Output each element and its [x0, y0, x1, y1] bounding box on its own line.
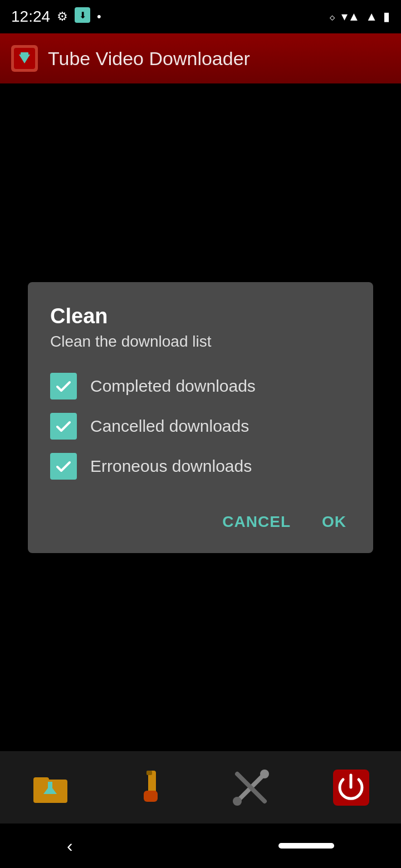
wifi-icon: ▾▲ — [341, 9, 360, 24]
settings-status-icon: ⚙ — [57, 9, 68, 24]
back-button[interactable]: ‹ — [67, 836, 73, 856]
nav-downloads[interactable] — [28, 765, 72, 810]
svg-rect-8 — [48, 782, 52, 790]
status-bar: 12:24 ⚙ ⬇ • ⬦ ▾▲ ▲ ▮ — [0, 0, 401, 33]
svg-rect-6 — [33, 777, 49, 784]
cancelled-label: Cancelled downloads — [90, 417, 249, 436]
completed-checkbox[interactable] — [50, 373, 77, 400]
svg-rect-4 — [21, 52, 28, 56]
app-title: Tube Video Downloader — [48, 48, 250, 70]
bottom-nav — [0, 751, 401, 823]
app-icon — [11, 45, 38, 72]
cancel-button[interactable]: CANCEL — [218, 507, 295, 536]
checkbox-group: Completed downloads Cancelled downloads — [50, 373, 351, 480]
bluetooth-icon: ⬦ — [329, 9, 336, 24]
completed-label: Completed downloads — [90, 377, 256, 396]
dialog-title: Clean — [50, 304, 351, 328]
nav-power[interactable] — [329, 765, 373, 810]
erroneous-checkbox[interactable] — [50, 453, 77, 480]
clean-dialog: Clean Clean the download list Completed … — [28, 282, 373, 553]
svg-rect-10 — [144, 791, 158, 802]
dot-indicator: • — [97, 9, 101, 24]
svg-point-14 — [260, 770, 269, 778]
erroneous-downloads-item[interactable]: Erroneous downloads — [50, 453, 351, 480]
svg-point-15 — [233, 797, 242, 806]
battery-icon: ▮ — [383, 9, 390, 24]
signal-icon: ▲ — [365, 9, 378, 24]
status-right: ⬦ ▾▲ ▲ ▮ — [329, 9, 390, 24]
ok-button[interactable]: OK — [317, 507, 351, 536]
cancelled-checkbox[interactable] — [50, 413, 77, 440]
dialog-actions: CANCEL OK — [50, 507, 351, 536]
nav-clean[interactable] — [128, 765, 173, 810]
main-content: Clean Clean the download list Completed … — [0, 83, 401, 751]
erroneous-label: Erroneous downloads — [90, 457, 252, 476]
dialog-subtitle: Clean the download list — [50, 333, 351, 351]
completed-downloads-item[interactable]: Completed downloads — [50, 373, 351, 400]
app-bar: Tube Video Downloader — [0, 33, 401, 83]
svg-rect-11 — [146, 771, 152, 775]
status-time: 12:24 — [11, 8, 50, 26]
nav-tools[interactable] — [228, 765, 273, 810]
system-nav-bar: ‹ — [0, 823, 401, 868]
cancelled-downloads-item[interactable]: Cancelled downloads — [50, 413, 351, 440]
svg-text:⬇: ⬇ — [79, 11, 86, 20]
status-left: 12:24 ⚙ ⬇ • — [11, 7, 101, 26]
app-status-icon: ⬇ — [75, 7, 90, 26]
home-pill[interactable] — [278, 843, 334, 849]
dialog-overlay: Clean Clean the download list Completed … — [0, 83, 401, 751]
